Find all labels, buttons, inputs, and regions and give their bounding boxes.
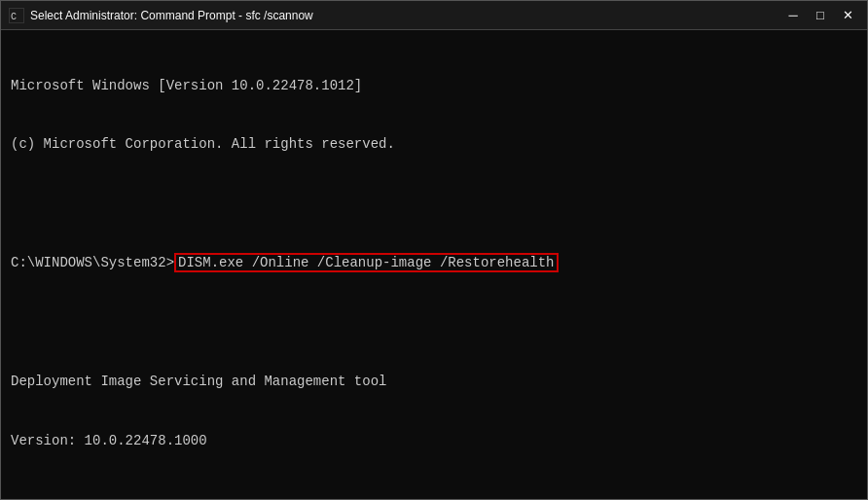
window-title: Select Administrator: Command Prompt - s… bbox=[30, 9, 313, 22]
line-8 bbox=[11, 490, 857, 499]
line-3 bbox=[11, 194, 857, 213]
svg-text:C: C bbox=[11, 12, 17, 22]
console-output: Microsoft Windows [Version 10.0.22478.10… bbox=[11, 36, 857, 499]
minimize-button[interactable]: ─ bbox=[781, 6, 805, 25]
prompt-1: C:\WINDOWS\System32> bbox=[11, 255, 174, 270]
line-6: Deployment Image Servicing and Managemen… bbox=[11, 372, 857, 391]
title-bar: C Select Administrator: Command Prompt -… bbox=[1, 1, 867, 30]
line-4: C:\WINDOWS\System32>DISM.exe /Online /Cl… bbox=[11, 253, 857, 272]
close-button[interactable]: ✕ bbox=[836, 6, 859, 25]
maximize-button[interactable]: □ bbox=[809, 6, 832, 25]
line-5 bbox=[11, 312, 857, 332]
cmd-window: C Select Administrator: Command Prompt -… bbox=[0, 0, 868, 500]
console-body[interactable]: Microsoft Windows [Version 10.0.22478.10… bbox=[1, 30, 867, 499]
line-7: Version: 10.0.22478.1000 bbox=[11, 431, 857, 450]
title-bar-left: C Select Administrator: Command Prompt -… bbox=[9, 8, 313, 23]
line-1: Microsoft Windows [Version 10.0.22478.10… bbox=[11, 76, 857, 95]
cmd-icon: C bbox=[9, 8, 24, 23]
line-2: (c) Microsoft Corporation. All rights re… bbox=[11, 134, 857, 154]
dism-command: DISM.exe /Online /Cleanup-image /Restore… bbox=[174, 253, 558, 272]
window-controls: ─ □ ✕ bbox=[781, 6, 859, 25]
